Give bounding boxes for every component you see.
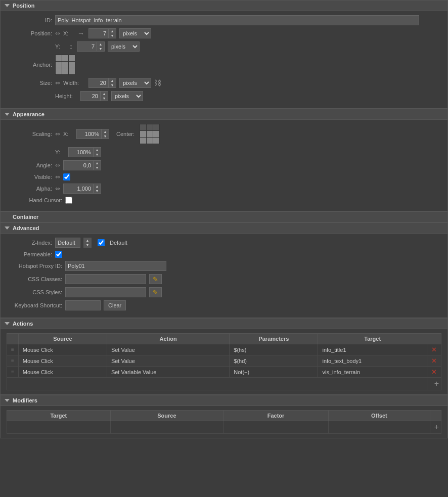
action-delete-1[interactable]: ✕ <box>427 344 441 355</box>
modifier-add-button[interactable]: + <box>430 421 441 434</box>
row-handle-2: ≡ <box>7 355 19 367</box>
action-add-button[interactable]: + <box>427 378 441 390</box>
height-spin-down[interactable]: ▼ <box>101 96 108 101</box>
anchor-cell-mc[interactable] <box>62 62 68 68</box>
action-delete-3[interactable]: ✕ <box>427 367 441 378</box>
modifiers-section-header[interactable]: Modifiers <box>0 395 448 406</box>
center-cell-mc[interactable] <box>147 131 153 137</box>
center-cell-tl[interactable] <box>140 124 146 130</box>
actions-table-row[interactable]: ≡ Mouse Click Set Value $(hs) info_title… <box>7 344 441 355</box>
scaling-x-row: Scaling: ⇔ X: ▲ ▼ Center: <box>7 124 441 144</box>
angle-spin-down[interactable]: ▼ <box>94 165 101 170</box>
center-grid[interactable] <box>140 124 160 144</box>
anchor-cell-br[interactable] <box>69 68 75 74</box>
center-cell-mr[interactable] <box>153 131 159 137</box>
z-index-spin-up[interactable]: ▲ <box>84 238 91 243</box>
css-styles-edit-button[interactable]: ✎ <box>149 287 162 297</box>
height-input[interactable] <box>80 91 101 101</box>
actions-table-row[interactable]: ≡ Mouse Click Set Variable Value Not(¬) … <box>7 367 441 378</box>
css-styles-input[interactable] <box>65 287 146 297</box>
advanced-section-header[interactable]: Advanced <box>0 222 448 234</box>
y-spin-up[interactable]: ▲ <box>97 42 104 47</box>
center-cell-ml[interactable] <box>140 131 146 137</box>
y-label: Y: <box>55 43 65 50</box>
anchor-cell-bl[interactable] <box>56 68 62 74</box>
position-section-header[interactable]: Position <box>0 0 448 11</box>
anchor-cell-tr[interactable] <box>69 55 75 61</box>
z-index-spin-down[interactable]: ▼ <box>84 243 91 247</box>
modifiers-section-body: Target Source Factor Offset + <box>0 406 448 438</box>
size-label: Size: <box>7 80 52 86</box>
actions-table-row[interactable]: ≡ Mouse Click Set Value $(hd) info_text_… <box>7 355 441 367</box>
center-cell-bc[interactable] <box>147 138 153 144</box>
anchor-cell-tl[interactable] <box>56 55 62 61</box>
width-spin-up[interactable]: ▲ <box>109 78 116 83</box>
center-label: Center: <box>116 131 135 137</box>
center-cell-bl[interactable] <box>140 138 146 144</box>
angle-spin-up[interactable]: ▲ <box>94 161 101 165</box>
action-target-1: info_title1 <box>318 344 427 355</box>
alpha-spin-down[interactable]: ▼ <box>94 189 101 193</box>
y-spinbox: ▲ ▼ <box>77 41 105 52</box>
center-cell-tr[interactable] <box>153 124 159 130</box>
width-unit-select[interactable]: pixels percent <box>119 78 151 88</box>
x-spin-up[interactable]: ▲ <box>109 29 116 33</box>
x-input[interactable] <box>88 28 109 38</box>
scaling-x-spinbox: ▲ ▼ <box>76 129 109 139</box>
id-row: ID: <box>7 15 441 25</box>
z-index-default-checkbox[interactable] <box>98 239 105 246</box>
x-spin-down[interactable]: ▼ <box>109 33 116 38</box>
alpha-input[interactable] <box>63 184 94 194</box>
css-classes-edit-button[interactable]: ✎ <box>149 274 162 284</box>
visible-checkbox[interactable] <box>63 173 70 180</box>
anchor-cell-mr[interactable] <box>69 62 75 68</box>
height-unit-select[interactable]: pixels percent <box>111 91 143 101</box>
y-spin-down[interactable]: ▼ <box>97 47 104 51</box>
scaling-y-spin-down[interactable]: ▼ <box>94 152 101 157</box>
width-spin-down[interactable]: ▼ <box>109 83 116 87</box>
anchor-cell-bc[interactable] <box>62 68 68 74</box>
scaling-x-spin-arrows: ▲ ▼ <box>102 129 109 139</box>
container-section-header[interactable]: Container <box>0 211 448 222</box>
hotspot-proxy-id-input[interactable] <box>65 261 166 271</box>
id-input[interactable] <box>55 15 419 25</box>
center-cell-br[interactable] <box>153 138 159 144</box>
anchor-row: Anchor: <box>7 55 441 75</box>
action-delete-2[interactable]: ✕ <box>427 355 441 367</box>
height-spin-up[interactable]: ▲ <box>101 92 108 96</box>
z-index-input[interactable] <box>55 238 80 248</box>
x-unit-select[interactable]: pixels percent <box>119 28 151 38</box>
hand-cursor-row: Hand Cursor: <box>7 197 441 204</box>
permeable-checkbox[interactable] <box>55 251 62 258</box>
anchor-cell-ml[interactable] <box>56 62 62 68</box>
hand-cursor-checkbox[interactable] <box>65 197 72 204</box>
modifiers-empty-source <box>110 421 223 434</box>
alpha-spin-up[interactable]: ▲ <box>94 184 101 189</box>
appearance-section-header[interactable]: Appearance <box>0 109 448 120</box>
width-spin-arrows: ▲ ▼ <box>109 78 116 88</box>
scaling-y-spin-up[interactable]: ▲ <box>94 148 101 152</box>
anchor-grid[interactable] <box>55 55 75 75</box>
scaling-y-row: Y: ▲ ▼ <box>55 147 441 157</box>
scaling-y-input[interactable] <box>68 147 94 157</box>
scaling-x-input[interactable] <box>76 129 102 139</box>
size-link-icon[interactable]: ⛓ <box>154 79 161 87</box>
center-cell-tc[interactable] <box>147 124 153 130</box>
width-input[interactable] <box>88 78 109 88</box>
css-classes-input[interactable] <box>65 274 146 284</box>
actions-section-label: Actions <box>13 321 33 327</box>
y-unit-select[interactable]: pixels percent <box>108 41 140 52</box>
anchor-cell-tc[interactable] <box>62 55 68 61</box>
actions-section-header[interactable]: Actions <box>0 318 448 329</box>
modifiers-section-label: Modifiers <box>13 397 37 403</box>
y-input[interactable] <box>77 41 97 52</box>
keyboard-shortcut-label: Keyboard Shortcut: <box>7 302 62 308</box>
container-toggle-icon <box>5 214 10 219</box>
scaling-x-spin-down[interactable]: ▼ <box>102 134 109 139</box>
z-index-spin-arrows: ▲ ▼ <box>83 238 92 248</box>
scaling-x-spin-up[interactable]: ▲ <box>102 129 109 134</box>
clear-button[interactable]: Clear <box>104 300 126 310</box>
keyboard-shortcut-input[interactable] <box>65 300 101 310</box>
action-target-2: info_text_body1 <box>318 355 427 367</box>
angle-input[interactable] <box>63 160 94 170</box>
